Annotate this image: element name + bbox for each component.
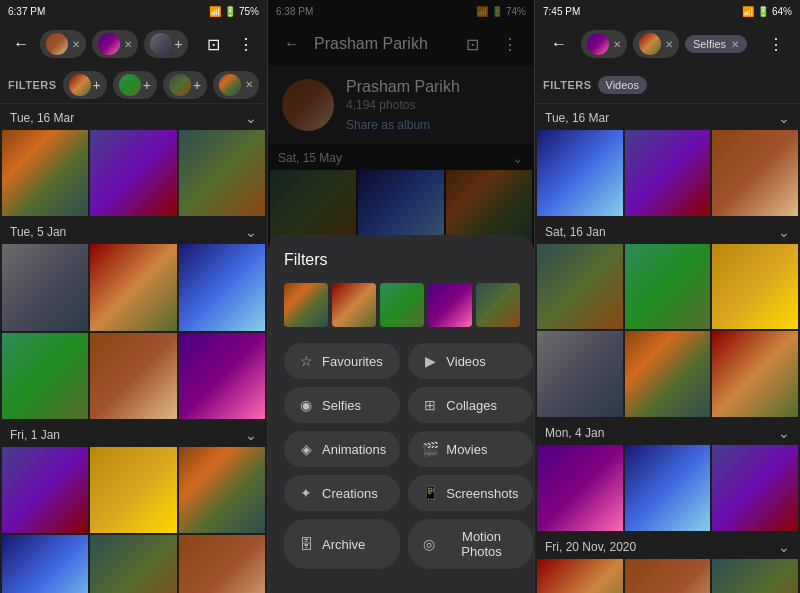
photo-cell-p3-4-3[interactable] (712, 559, 798, 593)
filter-btn-videos[interactable]: ▶ Videos (408, 343, 532, 379)
filter-label-videos: Videos (446, 354, 486, 369)
filter-options-grid: ☆ Favourites ▶ Videos ◉ Selfies ⊞ Collag… (284, 343, 518, 569)
filter-btn-motion-photos[interactable]: ◎ Motion Photos (408, 519, 532, 569)
more-button-3[interactable]: ⋮ (760, 28, 792, 60)
photo-cell-p3-3-3[interactable] (712, 445, 798, 531)
date-label-p3-2: Sat, 16 Jan (545, 225, 606, 239)
back-button-3[interactable]: ← (543, 28, 575, 60)
photo-cell-p1-3-2[interactable] (90, 447, 176, 533)
filter-avatar-img-1 (69, 74, 91, 96)
avatar-1 (46, 33, 68, 55)
photo-cell-p3-3-2[interactable] (625, 445, 711, 531)
status-battery-3: 📶🔋64% (742, 6, 792, 17)
add-person-chip-1[interactable]: + (144, 30, 188, 58)
videos-filter-chip[interactable]: Videos (598, 76, 647, 94)
photo-cell-p3-1-1[interactable] (537, 130, 623, 216)
filter-btn-animations[interactable]: ◈ Animations (284, 431, 400, 467)
filter-btn-collages[interactable]: ⊞ Collages (408, 387, 532, 423)
avatar-chip-2[interactable]: ✕ (92, 30, 138, 58)
filter-label-screenshots: Screenshots (446, 486, 518, 501)
photo-cell-p3-1-2[interactable] (625, 130, 711, 216)
photo-cell-p1-3-3[interactable] (179, 447, 265, 533)
date-section-p3-4: Fri, 20 Nov, 2020 ⌄ (535, 533, 800, 557)
filter-avatar-img-2 (119, 74, 141, 96)
filter-btn-movies[interactable]: 🎬 Movies (408, 431, 532, 467)
more-button-1[interactable]: ⋮ (233, 28, 259, 60)
selfies-chip-label: Selfies (693, 38, 726, 50)
filter-btn-archive[interactable]: 🗄 Archive (284, 519, 400, 569)
date-label-p1-1: Tue, 16 Mar (10, 111, 74, 125)
filter-btn-creations[interactable]: ✦ Creations (284, 475, 400, 511)
photo-cell-p1-1-1[interactable] (2, 130, 88, 216)
filter-avatar-3[interactable]: + (163, 71, 207, 99)
chevron-p3-2[interactable]: ⌄ (778, 224, 790, 240)
date-section-p3-2: Sat, 16 Jan ⌄ (535, 218, 800, 242)
photo-grid-p1-3 (0, 445, 267, 593)
photo-cell-p1-2-6[interactable] (179, 333, 265, 419)
photo-cell-p3-2-5[interactable] (625, 331, 711, 417)
chevron-p1-1[interactable]: ⌄ (245, 110, 257, 126)
photo-cell-p1-3-6[interactable] (179, 535, 265, 593)
chevron-p3-4[interactable]: ⌄ (778, 539, 790, 555)
avatar-p3-1 (587, 33, 609, 55)
photo-cell-p3-2-3[interactable] (712, 244, 798, 330)
avatar-add-1 (150, 33, 172, 55)
photo-cell-p1-2-4[interactable] (2, 333, 88, 419)
photo-cell-p1-2-3[interactable] (179, 244, 265, 330)
photo-grid-p3-3 (535, 443, 800, 533)
avatar-chip-p3-2[interactable]: ✕ (633, 30, 679, 58)
panel-2: 6:38 PM 📶🔋74% ← Prasham Parikh ⊡ ⋮ Prash… (267, 0, 534, 593)
filter-avatar-2[interactable]: + (113, 71, 157, 99)
date-section-p3-3: Mon, 4 Jan ⌄ (535, 419, 800, 443)
photo-cell-p1-2-5[interactable] (90, 333, 176, 419)
filter-thumb-2 (332, 283, 376, 327)
photo-cell-p1-2-2[interactable] (90, 244, 176, 330)
photo-cell-p3-3-1[interactable] (537, 445, 623, 531)
photo-cell-p3-2-6[interactable] (712, 331, 798, 417)
filter-label-movies: Movies (446, 442, 487, 457)
filter-modal-overlay[interactable]: Filters ☆ Favourites ▶ Videos (268, 0, 534, 593)
panel-3: 7:45 PM 📶🔋64% ← ✕ ✕ Selfies ✕ ⋮ FILTERS … (534, 0, 800, 593)
photo-cell-p3-2-4[interactable] (537, 331, 623, 417)
chevron-p3-3[interactable]: ⌄ (778, 425, 790, 441)
videos-chip-label: Videos (606, 79, 639, 91)
avatar-chip-p3-1[interactable]: ✕ (581, 30, 627, 58)
panel-1-content: Tue, 16 Mar ⌄ Tue, 5 Jan ⌄ Fri, 1 Jan ⌄ (0, 104, 267, 593)
photo-cell-p3-2-2[interactable] (625, 244, 711, 330)
chip-close-p3-1: ✕ (613, 39, 621, 50)
chevron-p3-1[interactable]: ⌄ (778, 110, 790, 126)
photo-cell-p3-4-1[interactable] (537, 559, 623, 593)
creation-icon: ✦ (298, 485, 314, 501)
filter-btn-selfies[interactable]: ◉ Selfies (284, 387, 400, 423)
photo-cell-p1-3-4[interactable] (2, 535, 88, 593)
top-bar-3: ← ✕ ✕ Selfies ✕ ⋮ (535, 22, 800, 66)
filter-label-favourites: Favourites (322, 354, 383, 369)
selfie-icon: ◉ (298, 397, 314, 413)
photo-cell-p1-2-1[interactable] (2, 244, 88, 330)
status-time-1: 6:37 PM (8, 6, 45, 17)
chip-close-p3-2: ✕ (665, 39, 673, 50)
photo-cell-p3-4-2[interactable] (625, 559, 711, 593)
collage-icon: ⊞ (422, 397, 438, 413)
photo-cell-p1-3-5[interactable] (90, 535, 176, 593)
photo-cell-p1-1-3[interactable] (179, 130, 265, 216)
photo-cell-p3-1-3[interactable] (712, 130, 798, 216)
photo-cell-p3-2-1[interactable] (537, 244, 623, 330)
date-label-p3-3: Mon, 4 Jan (545, 426, 604, 440)
filter-avatar-4[interactable]: ✕ (213, 71, 259, 99)
selfies-filter-chip[interactable]: Selfies ✕ (685, 35, 747, 53)
chevron-p1-3[interactable]: ⌄ (245, 427, 257, 443)
photo-grid-p3-4 (535, 557, 800, 593)
cast-button-1[interactable]: ⊡ (200, 28, 226, 60)
star-icon: ☆ (298, 353, 314, 369)
filter-avatar-1[interactable]: + (63, 71, 107, 99)
avatar-chip-1[interactable]: ✕ (40, 30, 86, 58)
back-button-1[interactable]: ← (8, 28, 34, 60)
photo-cell-p1-1-2[interactable] (90, 130, 176, 216)
chevron-p1-2[interactable]: ⌄ (245, 224, 257, 240)
back-arrow-icon-1: ← (13, 35, 29, 53)
photo-cell-p1-3-1[interactable] (2, 447, 88, 533)
date-section-p3-1: Tue, 16 Mar ⌄ (535, 104, 800, 128)
filter-btn-screenshots[interactable]: 📱 Screenshots (408, 475, 532, 511)
filter-btn-favourites[interactable]: ☆ Favourites (284, 343, 400, 379)
